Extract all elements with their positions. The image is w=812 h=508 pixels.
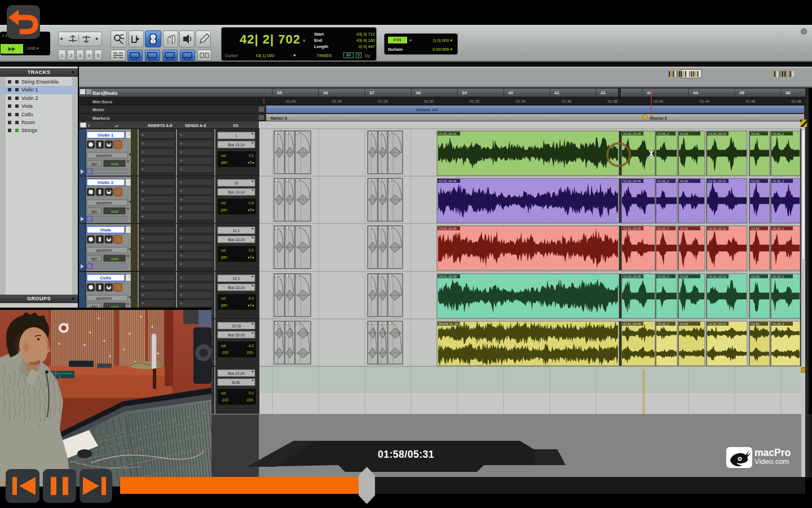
svg-text:Marker 8: Marker 8 (271, 116, 287, 120)
svg-text:V1.02_: V1.02_ (751, 322, 761, 326)
svg-text:V1.02_0: V1.02_0 (657, 132, 669, 135)
svg-text:V1.02_0: V1.02_0 (657, 179, 669, 183)
svg-text:100-: 100- (246, 398, 254, 402)
svg-text:V1.02_0: V1.02_0 (657, 227, 669, 230)
svg-text:V1.02_02-12: V1.02_02-12 (708, 179, 726, 183)
svg-text:vol: vol (221, 201, 226, 205)
svg-text:I/O: I/O (233, 124, 239, 128)
svg-text:01:36: 01:36 (562, 99, 572, 103)
svg-text:01:28: 01:28 (378, 99, 388, 103)
svg-text:10: 10 (234, 181, 239, 185)
svg-text:01:34: 01:34 (516, 99, 526, 103)
svg-text:pan: pan (221, 303, 227, 308)
svg-text:1: 1 (235, 134, 237, 138)
svg-text:-0.6: -0.6 (248, 201, 254, 205)
svg-text:V1.02: V1.02 (680, 227, 688, 230)
svg-text:V1.02_02-01: V1.02_02-01 (439, 132, 457, 135)
svg-text:0.0: 0.0 (249, 391, 254, 395)
svg-text:35: 35 (277, 90, 282, 95)
svg-text:01:30: 01:30 (424, 99, 434, 103)
svg-text:▸0◂: ▸0◂ (248, 208, 254, 212)
svg-text:waveform: waveform (95, 201, 112, 205)
svg-text:V1.02_02-05: V1.02_02-05 (623, 275, 641, 278)
svg-text:V3.02_02-09: V3.02_02-09 (439, 227, 457, 230)
svg-text:pan: pan (221, 208, 227, 212)
svg-text:V1.02_1: V1.02_1 (773, 132, 784, 135)
svg-text:-100: -100 (221, 398, 228, 402)
svg-text:-100: -100 (221, 351, 228, 354)
svg-text:☃: ☃ (127, 227, 130, 231)
svg-text:01:46: 01:46 (745, 99, 756, 103)
svg-text:Viola: Viola (100, 227, 112, 233)
svg-text:☃: ☃ (127, 275, 130, 279)
svg-text:40: 40 (508, 90, 513, 95)
svg-text:Default: 4/4: Default: 4/4 (416, 107, 438, 112)
svg-text:V1.02_02-12: V1.02_02-12 (708, 132, 726, 135)
svg-text:V1.02_0: V1.02_0 (657, 275, 669, 278)
svg-text:01:44: 01:44 (700, 99, 710, 103)
svg-text:-4.0: -4.0 (248, 344, 254, 348)
svg-text:Violin 1: Violin 1 (98, 133, 114, 138)
svg-text:Chorus 3: Chorus 3 (650, 116, 667, 120)
svg-text:39: 39 (462, 90, 467, 95)
svg-text:Bus 15-16: Bus 15-16 (228, 333, 245, 337)
svg-text:01:42: 01:42 (654, 99, 664, 103)
svg-text:12:16: 12:16 (232, 324, 241, 328)
svg-text:Cello: Cello (100, 275, 111, 281)
svg-text:36: 36 (323, 90, 328, 95)
svg-text:V1.02_02-05: V1.02_02-05 (623, 322, 641, 326)
svg-text:100-: 100- (246, 351, 254, 354)
svg-text:V1.02: V1.02 (680, 322, 688, 326)
svg-text:Bars|Beats: Bars|Beats (92, 90, 118, 96)
svg-text:vol: vol (221, 391, 226, 395)
svg-text:pan: pan (221, 255, 227, 260)
svg-text:V1.02_: V1.02_ (751, 227, 761, 230)
svg-text:01:48: 01:48 (792, 99, 802, 103)
svg-text:V1.02: V1.02 (680, 179, 688, 183)
svg-text:▴▾: ▴▾ (115, 124, 118, 128)
svg-text:BLBL: BLBL (232, 380, 241, 384)
svg-text:▸0◂: ▸0◂ (248, 160, 254, 164)
svg-text:read: read (111, 257, 118, 261)
svg-text:V1.02_1: V1.02_1 (773, 227, 784, 230)
svg-text:12.1: 12.1 (233, 277, 240, 281)
svg-text:V1.02_1: V1.02_1 (773, 179, 784, 183)
svg-text:Meter: Meter (92, 107, 104, 112)
svg-text:37: 37 (369, 90, 374, 95)
svg-text:Bus 13-14: Bus 13-14 (228, 143, 245, 147)
svg-text:waveform: waveform (95, 248, 112, 252)
svg-text:pan: pan (221, 160, 227, 165)
svg-text:01:26: 01:26 (332, 99, 342, 103)
svg-text:dyn: dyn (91, 162, 98, 167)
svg-text:vol: vol (221, 154, 226, 157)
svg-text:SENDS A-E: SENDS A-E (185, 124, 206, 128)
svg-text:45: 45 (739, 90, 744, 95)
svg-text:0.0: 0.0 (249, 248, 254, 252)
svg-text:Bus 22-24: Bus 22-24 (228, 371, 245, 375)
svg-text:▸0◂: ▸0◂ (248, 303, 254, 307)
svg-text:V1.02: V1.02 (680, 275, 688, 278)
svg-text:☃: ☃ (127, 132, 130, 137)
svg-text:Bus 13-14: Bus 13-14 (228, 190, 245, 194)
svg-text:waveform: waveform (95, 296, 112, 300)
svg-text:V1.02_1: V1.02_1 (773, 275, 784, 278)
svg-text:read: read (111, 209, 118, 213)
svg-text:-0.4: -0.4 (248, 296, 254, 300)
svg-text:01:32: 01:32 (470, 99, 480, 103)
svg-text:V1.02_: V1.02_ (751, 179, 761, 183)
svg-text:V1.02_02-12: V1.02_02-12 (708, 322, 726, 326)
svg-text:01:24: 01:24 (286, 99, 296, 103)
svg-text:dyn: dyn (91, 209, 98, 214)
svg-text:read: read (111, 162, 118, 166)
svg-text:Markers: Markers (92, 116, 110, 121)
svg-text:INSERTS A-E: INSERTS A-E (148, 124, 173, 128)
svg-text:dyn: dyn (91, 257, 98, 261)
svg-text:☃: ☃ (127, 179, 130, 184)
svg-text:V1.02_0: V1.02_0 (657, 322, 669, 326)
svg-text:Violin 2: Violin 2 (98, 180, 114, 185)
svg-text:V1.02_02-12: V1.02_02-12 (708, 275, 726, 278)
svg-text:waveform: waveform (95, 154, 112, 157)
svg-text:42: 42 (601, 90, 606, 95)
svg-text:Bus 13-14: Bus 13-14 (228, 238, 245, 242)
svg-text:V5.02_02-09: V5.02_02-09 (439, 275, 457, 278)
